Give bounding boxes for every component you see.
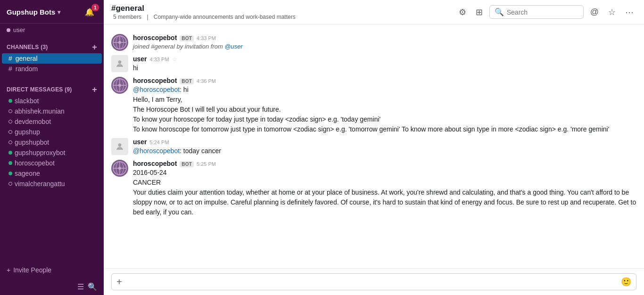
- dm-item-gupshupproxybot[interactable]: gupshupproxybot: [2, 148, 102, 158]
- msg-time: 5:24 PM: [150, 139, 169, 145]
- message-content: horoscopebot BOT 5:25 PM 2016-05-24 CANC…: [133, 160, 636, 217]
- message-header: horoscopebot BOT 5:25 PM: [133, 160, 636, 167]
- meta-separator: |: [147, 14, 148, 20]
- avatar: [111, 138, 128, 155]
- dm-status-dot: [8, 182, 12, 186]
- dm-status-dot: [8, 161, 12, 165]
- sidebar-menu-icon[interactable]: ☰: [77, 282, 84, 291]
- dm-item-slackbot[interactable]: slackbot: [2, 96, 102, 106]
- settings-icon-button[interactable]: ⚙: [456, 5, 469, 19]
- channel-name: random: [16, 65, 38, 73]
- dm-status-dot: [8, 120, 12, 123]
- sidebar-header: Gupshup Bots ▾ 🔔 1: [0, 0, 104, 24]
- at-icon-button[interactable]: @: [587, 5, 602, 19]
- main-panel: #general 5 members | Company-wide announ…: [104, 0, 644, 295]
- dm-count: (9): [65, 86, 72, 93]
- channel-item-random[interactable]: # random: [2, 64, 102, 74]
- dm-status-dot: [8, 130, 12, 134]
- dm-name: slackbot: [15, 97, 39, 105]
- svg-point-6: [118, 60, 122, 64]
- more-icon-button[interactable]: ⋯: [622, 5, 636, 19]
- channels-count: (3): [41, 44, 48, 50]
- search-icon: 🔍: [495, 8, 504, 16]
- star-icon-button[interactable]: ☆: [605, 5, 619, 19]
- msg-author: horoscopebot: [133, 34, 177, 41]
- topbar: #general 5 members | Company-wide announ…: [104, 0, 644, 25]
- message-header: user 4:33 PM ☆: [133, 55, 636, 63]
- dm-name: vimalcherangattu: [15, 180, 65, 188]
- dm-item-gupshupbot[interactable]: gupshupbot: [2, 137, 102, 148]
- dm-item-devdemobot[interactable]: devdemobot: [2, 116, 102, 127]
- bot-badge: BOT: [180, 161, 194, 167]
- msg-author: user: [133, 55, 147, 63]
- dm-status-dot: [8, 151, 12, 155]
- dm-name: gupshupproxybot: [15, 149, 65, 156]
- hash-icon: #: [8, 55, 12, 62]
- user-status-row: user: [0, 24, 104, 36]
- dm-list: slackbot abhishek.munian devdemobot gups…: [0, 96, 104, 189]
- avatar: [111, 55, 128, 72]
- message-content: user 4:33 PM ☆ hi: [133, 55, 636, 73]
- dm-section-header: DIRECT MESSAGES (9) +: [0, 79, 104, 96]
- message-content: horoscopebot BOT 4:33 PM joined #general…: [133, 34, 636, 51]
- layout-icon-button[interactable]: ⊞: [473, 5, 486, 19]
- dm-status-dot: [8, 140, 12, 144]
- search-box[interactable]: 🔍: [489, 5, 584, 19]
- message-row: horoscopebot BOT 5:25 PM 2016-05-24 CANC…: [104, 158, 644, 219]
- dm-item-horoscopebot[interactable]: horoscopebot: [2, 158, 102, 168]
- add-attachment-button[interactable]: +: [116, 277, 122, 287]
- channels-list: # general # random: [0, 53, 104, 74]
- messages-area: horoscopebot BOT 4:33 PM joined #general…: [104, 25, 644, 268]
- search-input[interactable]: [507, 8, 578, 16]
- channel-name: general: [16, 55, 38, 62]
- mention: @horoscopebot: [133, 86, 180, 93]
- mention: @user: [224, 43, 243, 50]
- dm-item-sageone[interactable]: sageone: [2, 168, 102, 179]
- hash-icon: #: [8, 65, 12, 73]
- dm-name: gupshup: [15, 128, 40, 136]
- member-count: 5 members: [113, 14, 141, 20]
- avatar: [111, 34, 128, 51]
- sidebar-footer: ☰ 🔍: [0, 279, 104, 295]
- message-content: horoscopebot BOT 4:36 PM @horoscopebot: …: [133, 77, 636, 134]
- add-dm-icon[interactable]: +: [92, 85, 97, 94]
- dm-item-gupshup[interactable]: gupshup: [2, 127, 102, 137]
- avatar: [111, 77, 128, 94]
- channel-item-general[interactable]: # general: [2, 53, 102, 64]
- channel-meta: 5 members | Company-wide announcements a…: [111, 14, 297, 20]
- star-icon[interactable]: ☆: [172, 56, 177, 63]
- message-input[interactable]: [126, 278, 617, 286]
- dm-name: abhishek.munian: [15, 107, 65, 115]
- avatar: [111, 160, 128, 177]
- invite-label: Invite People: [13, 266, 51, 274]
- sidebar: Gupshup Bots ▾ 🔔 1 user CHANNELS (3) + #…: [0, 0, 104, 295]
- message-row: horoscopebot BOT 4:33 PM joined #general…: [104, 32, 644, 53]
- notification-badge: 1: [91, 4, 99, 11]
- message-header: horoscopebot BOT 4:33 PM: [133, 34, 636, 41]
- message-input-container: + 🙂: [111, 273, 636, 290]
- msg-time: 4:36 PM: [197, 78, 216, 84]
- msg-author: horoscopebot: [133, 77, 177, 84]
- sidebar-search-icon[interactable]: 🔍: [88, 282, 97, 291]
- emoji-button[interactable]: 🙂: [621, 277, 631, 287]
- svg-point-13: [118, 143, 122, 147]
- msg-text: hi: [133, 63, 636, 73]
- channels-section-header: CHANNELS (3) +: [0, 36, 104, 53]
- mention: @horoscopebot: [133, 147, 180, 155]
- dm-status-dot: [8, 109, 12, 113]
- msg-time: 5:25 PM: [197, 161, 216, 167]
- input-bar: + 🙂: [104, 268, 644, 295]
- bot-badge: BOT: [180, 78, 194, 84]
- msg-time: 4:33 PM: [150, 57, 169, 62]
- dm-item-vimalcherangattu[interactable]: vimalcherangattu: [2, 179, 102, 189]
- msg-text: @horoscopebot: hi Hello, I am Terry, The…: [133, 85, 636, 134]
- bot-badge: BOT: [180, 35, 194, 41]
- add-channel-icon[interactable]: +: [92, 43, 97, 51]
- msg-text: joined #general by invitation from @user: [133, 42, 636, 51]
- dm-item-abhishek[interactable]: abhishek.munian: [2, 106, 102, 116]
- message-row: user 5:24 PM @horoscopebot: today cancer: [104, 136, 644, 158]
- invite-people-button[interactable]: + Invite People: [0, 262, 104, 279]
- message-header: horoscopebot BOT 4:36 PM: [133, 77, 636, 84]
- workspace-name[interactable]: Gupshup Bots ▾: [7, 8, 60, 16]
- msg-text: @horoscopebot: today cancer: [133, 146, 636, 156]
